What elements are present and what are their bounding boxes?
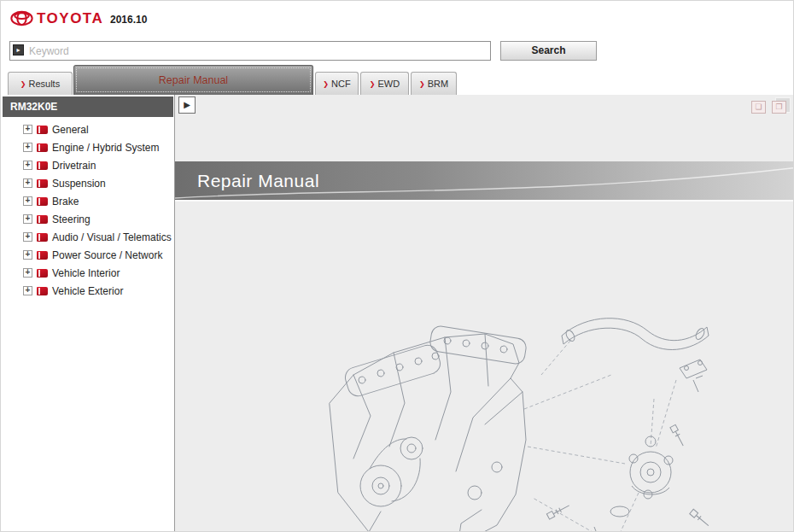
tab-ncf[interactable]: ❯ NCF [315, 72, 359, 95]
book-icon [37, 179, 48, 188]
book-icon [37, 215, 48, 224]
expand-plus-icon[interactable]: + [23, 268, 32, 278]
tree-item-label: Drivetrain [52, 160, 96, 172]
toyota-logo-icon [10, 10, 33, 26]
chevron-icon: ❯ [419, 80, 425, 88]
tree-item-label: Brake [52, 196, 79, 208]
book-icon [37, 287, 48, 295]
play-icon: ▶ [184, 100, 190, 109]
tab-repair-manual-label: Repair Manual [159, 74, 228, 86]
tree-item-drivetrain[interactable]: + Drivetrain [1, 156, 174, 174]
tree-item-label: Power Source / Network [52, 249, 162, 261]
engine-diagram [253, 296, 718, 532]
manual-code-header: RM32K0E [3, 96, 173, 117]
tree-item-vehicle-interior[interactable]: + Vehicle Interior [1, 264, 174, 282]
expand-plus-icon[interactable]: + [23, 250, 32, 260]
book-icon [37, 143, 48, 152]
page-title: Repair Manual [197, 171, 319, 191]
book-icon [37, 161, 48, 170]
tab-results-label: Results [29, 79, 61, 89]
tree-item-audio-visual[interactable]: + Audio / Visual / Telematics [1, 228, 174, 246]
tab-ncf-label: NCF [331, 79, 351, 89]
content-area: RM32K0E ✕ ▶ ❏ ❐ + General + Engine / Hyb… [1, 95, 793, 531]
tree-item-brake[interactable]: + Brake [1, 192, 174, 210]
search-button[interactable]: Search [500, 41, 597, 61]
tab-brm[interactable]: ❯ BRM [411, 72, 457, 95]
expand-plus-icon[interactable]: + [23, 286, 32, 295]
tree-item-label: Steering [52, 213, 90, 225]
tree-item-label: General [52, 124, 89, 136]
tab-results[interactable]: ❯ Results [8, 72, 73, 95]
release-version: 2016.10 [110, 14, 147, 26]
popup-icon: ❐ [775, 102, 782, 111]
book-icon [37, 197, 48, 206]
tab-repair-manual[interactable]: Repair Manual [73, 65, 313, 95]
manual-section-tree: + General + Engine / Hybrid System + Dri… [1, 120, 174, 531]
tree-item-label: Vehicle Interior [52, 267, 120, 279]
expand-plus-icon[interactable]: + [23, 196, 32, 206]
tree-item-power-source[interactable]: + Power Source / Network [1, 246, 174, 264]
window-popup-button[interactable]: ❐ [772, 101, 786, 114]
page-banner: Repair Manual [175, 161, 793, 202]
expand-plus-icon[interactable]: + [23, 178, 32, 188]
tab-ewd-label: EWD [378, 79, 400, 89]
expand-plus-icon[interactable]: + [23, 143, 32, 152]
tree-item-suspension[interactable]: + Suspension [1, 174, 174, 192]
chevron-icon: ❯ [370, 80, 376, 88]
app-window: TOYOTA 2016.10 ▸ Search ❯ Results Repair… [0, 0, 794, 532]
tab-ewd[interactable]: ❯ EWD [360, 72, 409, 95]
chevron-icon: ❯ [20, 80, 26, 88]
tree-item-steering[interactable]: + Steering [1, 210, 174, 228]
manual-code-label: RM32K0E [10, 101, 57, 113]
window-restore-button[interactable]: ❏ [751, 101, 766, 114]
expand-plus-icon[interactable]: + [23, 125, 32, 134]
tree-item-engine-hybrid[interactable]: + Engine / Hybrid System [1, 138, 174, 156]
tab-bar: ❯ Results Repair Manual ❯ NCF ❯ EWD ❯ BR… [1, 65, 793, 95]
chevron-icon: ❯ [323, 80, 329, 88]
tree-item-label: Engine / Hybrid System [52, 142, 159, 154]
book-icon [37, 251, 48, 260]
search-input[interactable] [9, 41, 491, 61]
tree-item-label: Suspension [52, 178, 106, 190]
book-icon [37, 126, 48, 134]
collapse-panel-button[interactable]: ▶ [178, 96, 196, 114]
book-icon [37, 233, 48, 242]
tree-item-general[interactable]: + General [1, 120, 174, 138]
tree-item-label: Audio / Visual / Telematics [52, 231, 172, 243]
tree-item-vehicle-exterior[interactable]: + Vehicle Exterior [1, 282, 174, 300]
expand-plus-icon[interactable]: + [23, 161, 32, 170]
book-icon [37, 269, 48, 278]
tab-brm-label: BRM [428, 79, 448, 89]
tree-item-label: Vehicle Exterior [52, 285, 123, 297]
app-header: TOYOTA 2016.10 [1, 1, 793, 37]
restore-icon: ❏ [755, 102, 762, 111]
expand-plus-icon[interactable]: + [23, 232, 32, 242]
brand-wordmark: TOYOTA [37, 10, 103, 27]
expand-plus-icon[interactable]: + [23, 214, 32, 224]
